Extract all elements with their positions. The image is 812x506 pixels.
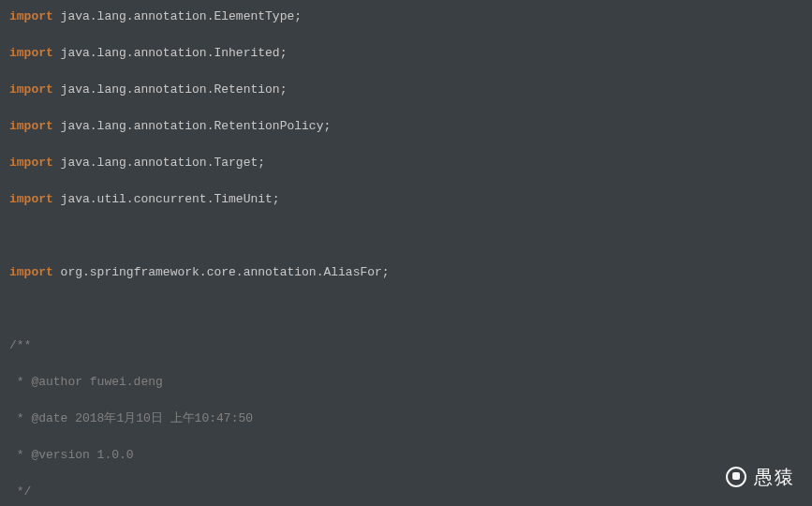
watermark: 愚猿 [726,463,795,491]
token-kw: import [9,9,53,23]
token-plain: java.util.concurrent.TimeUnit; [53,192,280,206]
token-plain: java.lang.annotation.Target; [53,156,265,170]
token-kw: import [9,82,53,97]
token-kw: import [9,265,53,279]
code-line[interactable]: import java.lang.annotation.ElementType; [9,7,803,26]
code-line[interactable]: */ [9,483,803,501]
token-comment: * @date 2018年1月10日 上午10:47:50 [9,411,253,425]
code-line[interactable]: import java.lang.annotation.Target; [9,154,803,172]
token-plain: java.lang.annotation.Retention; [53,82,288,97]
token-plain [9,229,17,243]
code-line[interactable]: import java.lang.annotation.RetentionPol… [9,117,803,136]
token-kw: import [9,46,53,60]
token-comment: /** [9,338,31,352]
code-line[interactable]: import java.util.concurrent.TimeUnit; [9,190,803,209]
code-line[interactable]: * @version 1.0.0 [9,446,803,465]
token-plain: org.springframework.core.annotation.Alia… [53,265,390,279]
token-plain [9,302,17,316]
token-plain: java.lang.annotation.Inherited; [53,46,288,60]
token-kw: import [9,192,53,206]
token-plain: java.lang.annotation.ElementType; [53,9,302,23]
token-kw: import [9,119,53,133]
code-line[interactable]: * @author fuwei.deng [9,373,803,392]
wechat-icon [726,467,746,487]
code-line[interactable]: import org.springframework.core.annotati… [9,263,803,282]
code-editor[interactable]: import java.lang.annotation.ElementType;… [0,0,812,506]
code-line[interactable]: /** [9,336,803,355]
token-comment: * @version 1.0.0 [9,448,134,462]
code-line[interactable]: import java.lang.annotation.Inherited; [9,44,803,63]
code-line[interactable] [9,300,803,319]
token-comment: * @author fuwei.deng [9,375,163,389]
watermark-text: 愚猿 [754,463,795,491]
code-line[interactable]: import java.lang.annotation.Retention; [9,81,803,99]
token-kw: import [9,156,53,170]
code-line[interactable]: * @date 2018年1月10日 上午10:47:50 [9,409,803,428]
code-line[interactable] [9,227,803,246]
token-comment: */ [9,484,31,499]
token-plain: java.lang.annotation.RetentionPolicy; [53,119,331,133]
